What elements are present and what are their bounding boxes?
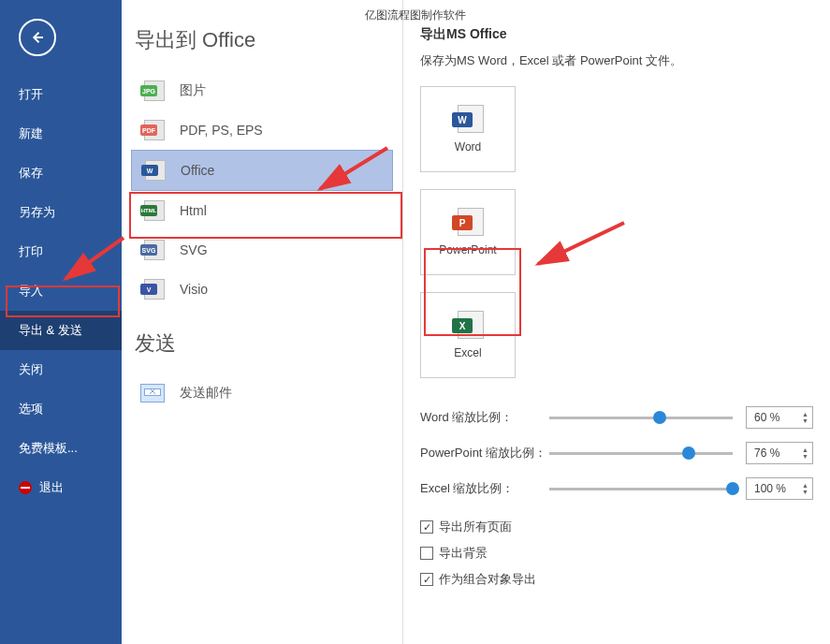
tile-label: Word <box>455 140 481 154</box>
sidebar-label: 另存为 <box>19 205 55 219</box>
format-list: JPG 图片 PDF PDF, PS, EPS W Office HTML Ht… <box>131 71 393 309</box>
format-label: PDF, PS, EPS <box>180 123 263 138</box>
pdf-icon: PDF <box>140 120 165 140</box>
slider-value: 76 % <box>754 446 779 460</box>
sidebar-item-exit[interactable]: 退出 <box>0 468 122 507</box>
format-label: SVG <box>180 242 208 257</box>
sidebar-label: 退出 <box>39 479 64 496</box>
check-export-as-group[interactable]: ✓ 作为组合对象导出 <box>420 571 813 588</box>
slider-thumb[interactable] <box>653 411 666 424</box>
slider-thumb[interactable] <box>726 482 739 495</box>
send-heading: 发送 <box>131 329 393 358</box>
checkbox-icon <box>420 547 433 560</box>
slider-excel: Excel 缩放比例： 100 %▲▼ <box>420 477 813 500</box>
sidebar-item-options[interactable]: 选项 <box>0 389 122 429</box>
sidebar-label: 打开 <box>19 87 43 101</box>
mail-icon <box>140 384 165 402</box>
check-export-background[interactable]: 导出背景 <box>420 545 813 562</box>
sidebar-item-save[interactable]: 保存 <box>0 154 122 193</box>
slider-label: PowerPoint 缩放比例： <box>420 445 549 461</box>
spin-arrows-icon[interactable]: ▲▼ <box>802 482 808 495</box>
slider-value: 100 % <box>754 482 786 495</box>
format-item-office[interactable]: W Office <box>131 150 393 191</box>
format-label: Html <box>180 203 207 218</box>
format-label: 图片 <box>180 82 206 99</box>
slider-track[interactable] <box>549 417 733 419</box>
sidebar-label: 导出 & 发送 <box>19 323 82 337</box>
sidebar-label: 导入 <box>19 284 43 298</box>
sidebar-item-new[interactable]: 新建 <box>0 114 122 154</box>
office-icon: W <box>141 160 166 181</box>
spin-arrows-icon[interactable]: ▲▼ <box>802 446 808 460</box>
checkbox-icon: ✓ <box>420 573 433 586</box>
tile-label: PowerPoint <box>439 243 496 256</box>
slider-track[interactable] <box>549 452 733 455</box>
svg-icon: SVG <box>140 240 165 260</box>
tile-word[interactable]: W Word <box>420 86 516 172</box>
word-icon: W <box>452 105 484 133</box>
sidebar-item-templates[interactable]: 免费模板... <box>0 429 122 468</box>
arrow-left-icon <box>29 29 46 46</box>
app-title: 亿图流程图制作软件 <box>0 7 830 23</box>
format-label: Office <box>181 163 214 178</box>
jpg-icon: JPG <box>140 80 165 101</box>
format-item-svg[interactable]: SVG SVG <box>131 230 393 270</box>
check-label: 导出背景 <box>439 545 488 562</box>
scale-sliders: Word 缩放比例： 60 %▲▼ PowerPoint 缩放比例： 76 %▲… <box>420 406 813 513</box>
html-icon: HTML <box>140 200 165 221</box>
sidebar-item-import[interactable]: 导入 <box>0 271 122 311</box>
check-options: ✓ 导出所有页面 导出背景 ✓ 作为组合对象导出 <box>420 519 813 597</box>
sidebar-label: 选项 <box>19 402 43 416</box>
sidebar-label: 保存 <box>19 166 43 180</box>
check-label: 导出所有页面 <box>439 519 512 535</box>
slider-word: Word 缩放比例： 60 %▲▼ <box>420 406 813 429</box>
checkbox-icon: ✓ <box>420 520 433 534</box>
check-export-all-pages[interactable]: ✓ 导出所有页面 <box>420 519 813 535</box>
tile-excel[interactable]: X Excel <box>420 292 516 378</box>
sidebar-item-open[interactable]: 打开 <box>0 75 122 114</box>
sidebar-item-close[interactable]: 关闭 <box>0 350 122 389</box>
slider-track[interactable] <box>549 488 733 490</box>
sidebar-item-export-send[interactable]: 导出 & 发送 <box>0 311 122 350</box>
export-middle-panel: 导出到 Office JPG 图片 PDF PDF, PS, EPS W Off… <box>122 0 402 644</box>
tile-list: W Word P PowerPoint X Excel <box>420 86 813 378</box>
export-heading: 导出到 Office <box>131 26 393 54</box>
powerpoint-icon: P <box>452 208 484 236</box>
no-entry-icon <box>19 481 32 494</box>
spin-arrows-icon[interactable]: ▲▼ <box>802 411 808 424</box>
slider-powerpoint: PowerPoint 缩放比例： 76 %▲▼ <box>420 442 813 464</box>
sidebar-item-print[interactable]: 打印 <box>0 232 122 271</box>
format-item-html[interactable]: HTML Html <box>131 191 393 230</box>
format-item-visio[interactable]: V Visio <box>131 270 393 309</box>
slider-spinbox[interactable]: 60 %▲▼ <box>746 406 813 429</box>
visio-icon: V <box>140 279 165 300</box>
back-button[interactable] <box>19 19 56 56</box>
slider-thumb[interactable] <box>682 446 695 460</box>
slider-label: Excel 缩放比例： <box>420 480 549 497</box>
format-label: Visio <box>180 282 208 297</box>
check-label: 作为组合对象导出 <box>439 571 536 588</box>
right-description: 保存为MS Word，Excel 或者 PowerPoint 文件。 <box>420 52 813 69</box>
slider-value: 60 % <box>754 411 779 424</box>
export-right-panel: 导出MS Office 保存为MS Word，Excel 或者 PowerPoi… <box>402 0 830 644</box>
send-item-email[interactable]: 发送邮件 <box>131 374 393 412</box>
format-item-image[interactable]: JPG 图片 <box>131 71 393 110</box>
sidebar-label: 新建 <box>19 126 43 140</box>
excel-icon: X <box>452 311 484 339</box>
sidebar-label: 免费模板... <box>19 441 78 455</box>
format-item-pdf[interactable]: PDF PDF, PS, EPS <box>131 110 393 150</box>
sidebar-item-saveas[interactable]: 另存为 <box>0 193 122 232</box>
slider-spinbox[interactable]: 76 %▲▼ <box>746 442 813 464</box>
send-label: 发送邮件 <box>180 385 232 402</box>
sidebar-label: 打印 <box>19 244 43 258</box>
send-list: 发送邮件 <box>131 374 393 412</box>
slider-label: Word 缩放比例： <box>420 409 549 426</box>
backstage-sidebar: 打开 新建 保存 另存为 打印 导入 导出 & 发送 关闭 选项 免费模板...… <box>0 0 122 644</box>
app-root: 打开 新建 保存 另存为 打印 导入 导出 & 发送 关闭 选项 免费模板...… <box>0 0 830 644</box>
slider-spinbox[interactable]: 100 %▲▼ <box>746 477 813 500</box>
sidebar-label: 关闭 <box>19 362 43 376</box>
tile-label: Excel <box>454 346 481 359</box>
right-heading: 导出MS Office <box>420 26 813 43</box>
tile-powerpoint[interactable]: P PowerPoint <box>420 189 516 275</box>
